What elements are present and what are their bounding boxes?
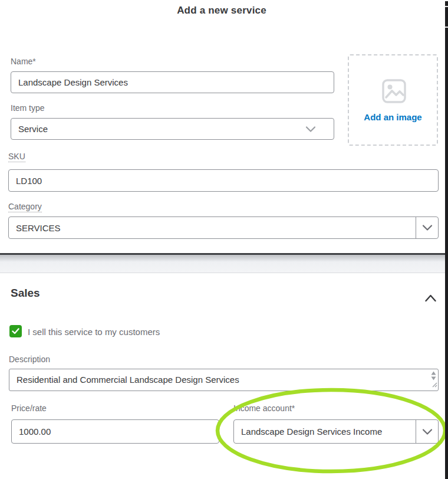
name-input[interactable] [11,71,334,93]
sku-label: SKU [8,152,25,162]
category-dropdown[interactable]: SERVICES [8,216,439,239]
chevron-up-icon[interactable] [422,291,439,305]
price-rate-label: Price/rate [11,403,47,413]
add-image-label[interactable]: Add an image [349,112,437,122]
sku-input[interactable] [8,169,439,192]
name-label: Name* [11,57,36,66]
window-scrollbar[interactable] [445,1,448,479]
sell-service-checkbox[interactable] [9,325,22,337]
category-value: SERVICES [9,223,416,233]
description-label: Description [9,355,50,364]
resize-handle-icon[interactable] [431,379,437,390]
income-account-label: Income account* [233,403,295,413]
add-service-panel: Add a new service Name* Item type Servic… [0,0,448,479]
sales-section-heading: Sales [11,287,40,300]
sell-service-checkbox-label[interactable]: I sell this service to my customers [28,327,160,337]
item-type-label: Item type [11,103,45,113]
chevron-down-icon [305,119,316,139]
scrollbar-notch [445,6,448,7]
price-rate-input[interactable] [11,419,219,444]
section-divider [0,253,448,273]
item-type-dropdown[interactable]: Service [11,118,334,140]
checkmark-icon [12,328,19,334]
description-value: Residential and Commercial Landscape Des… [17,375,239,385]
category-label: Category [8,202,42,212]
income-account-dropdown[interactable]: Landscape Design Services Income [233,419,439,444]
add-image-dropzone[interactable]: Add an image [348,54,438,146]
scrollbar-notch [445,27,448,28]
item-type-value: Service [11,124,334,134]
image-icon [382,79,406,106]
chevron-down-icon[interactable] [416,420,438,443]
spinner-up-icon[interactable] [431,371,436,375]
description-textarea[interactable]: Residential and Commercial Landscape Des… [9,369,439,391]
page-title: Add a new service [0,5,443,17]
income-account-value: Landscape Design Services Income [234,426,416,437]
chevron-down-icon[interactable] [416,217,438,238]
